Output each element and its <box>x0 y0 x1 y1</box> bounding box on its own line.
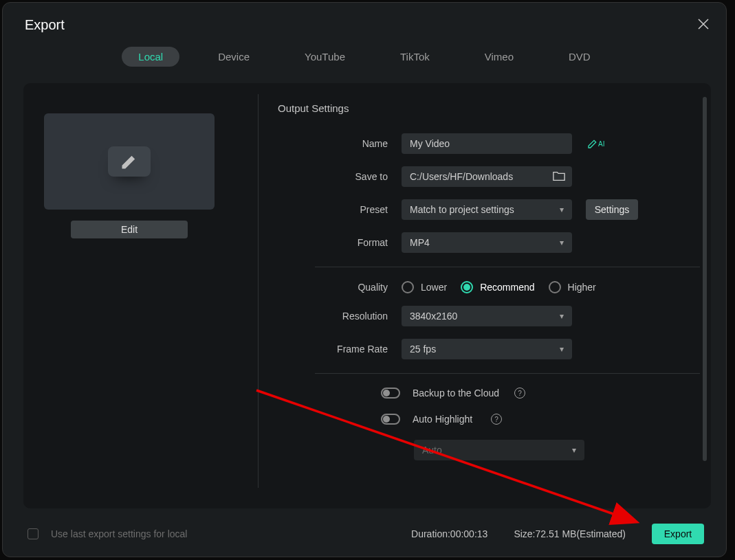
radio-label: Recommend <box>480 282 534 293</box>
chevron-down-icon: ▾ <box>560 238 564 247</box>
right-panel: Output Settings Name AI Save to Prese <box>259 83 711 508</box>
export-tabs: Local Device YouTube TikTok Vimeo DVD <box>3 38 726 78</box>
tab-dvd[interactable]: DVD <box>552 47 607 67</box>
saveto-input[interactable] <box>402 166 572 187</box>
thumbnail-edit-icon-box <box>108 146 151 177</box>
chevron-down-icon: ▾ <box>560 205 564 214</box>
close-button[interactable] <box>697 16 710 33</box>
quality-label: Quality <box>278 282 402 293</box>
backup-cloud-toggle[interactable] <box>381 388 400 399</box>
auto-highlight-toggle[interactable] <box>381 414 400 425</box>
edit-button[interactable]: Edit <box>71 221 188 238</box>
chevron-down-icon: ▾ <box>560 311 564 321</box>
format-value: MP4 <box>410 237 430 248</box>
output-settings-title: Output Settings <box>278 102 692 114</box>
tab-local[interactable]: Local <box>122 47 179 67</box>
quality-lower[interactable]: Lower <box>402 281 447 293</box>
chevron-down-icon: ▾ <box>572 445 576 455</box>
resolution-row: Resolution 3840x2160 ▾ <box>278 306 692 326</box>
framerate-row: Frame Rate 25 fps ▾ <box>278 339 692 359</box>
ai-pencil-icon[interactable]: AI <box>587 138 604 149</box>
pencil-icon <box>120 152 139 171</box>
quality-higher[interactable]: Higher <box>549 281 596 293</box>
preset-settings-button[interactable]: Settings <box>586 199 638 220</box>
resolution-label: Resolution <box>278 311 402 322</box>
chevron-down-icon: ▾ <box>560 344 564 354</box>
name-row: Name AI <box>278 133 692 154</box>
dialog-header: Export <box>3 3 726 38</box>
preset-row: Preset Match to project settings ▾ Setti… <box>278 199 692 220</box>
auto-highlight-label: Auto Highlight <box>413 414 479 425</box>
use-last-settings-label: Use last export settings for local <box>51 528 399 539</box>
auto-highlight-option-select: Auto ▾ <box>414 440 584 460</box>
radio-icon <box>549 281 561 293</box>
divider <box>315 267 700 267</box>
size-text: Size:72.51 MB(Estimated) <box>514 528 626 539</box>
framerate-label: Frame Rate <box>278 344 402 355</box>
preset-select[interactable]: Match to project settings ▾ <box>402 199 572 220</box>
radio-label: Higher <box>568 282 596 293</box>
preset-value: Match to project settings <box>410 204 514 215</box>
resolution-select[interactable]: 3840x2160 ▾ <box>402 306 572 326</box>
divider <box>315 373 700 374</box>
help-icon[interactable]: ? <box>491 414 502 425</box>
resolution-value: 3840x2160 <box>410 311 457 322</box>
left-panel: Edit <box>23 94 259 488</box>
saveto-wrapper <box>402 166 572 187</box>
tab-device[interactable]: Device <box>201 47 266 67</box>
format-row: Format MP4 ▾ <box>278 232 692 253</box>
quality-row: Quality Lower Recommend Higher <box>278 281 692 293</box>
auto-highlight-option-value: Auto <box>422 445 442 456</box>
use-last-settings-checkbox[interactable] <box>28 528 39 539</box>
backup-cloud-row: Backup to the Cloud ? <box>381 388 692 399</box>
content-area: Edit Output Settings Name AI Save to <box>23 83 711 508</box>
name-label: Name <box>278 138 402 149</box>
duration-text: Duration:00:00:13 <box>411 528 487 539</box>
saveto-label: Save to <box>278 171 402 182</box>
framerate-select[interactable]: 25 fps ▾ <box>402 339 572 359</box>
radio-icon <box>402 281 414 293</box>
dialog-footer: Use last export settings for local Durat… <box>3 517 726 557</box>
tab-tiktok[interactable]: TikTok <box>384 47 446 67</box>
dialog-title: Export <box>25 17 65 33</box>
scrollbar[interactable] <box>703 97 707 461</box>
tab-vimeo[interactable]: Vimeo <box>468 47 530 67</box>
preset-label: Preset <box>278 204 402 215</box>
export-button[interactable]: Export <box>652 524 704 544</box>
radio-label: Lower <box>421 282 447 293</box>
export-dialog: Export Local Device YouTube TikTok Vimeo… <box>2 2 727 557</box>
quality-radio-group: Lower Recommend Higher <box>402 281 596 293</box>
radio-icon-selected <box>461 281 473 293</box>
saveto-row: Save to <box>278 166 692 187</box>
name-input[interactable] <box>402 133 572 154</box>
tab-youtube[interactable]: YouTube <box>288 47 362 67</box>
close-icon <box>697 18 710 30</box>
format-label: Format <box>278 237 402 248</box>
help-icon[interactable]: ? <box>514 388 525 399</box>
quality-recommend[interactable]: Recommend <box>461 281 534 293</box>
framerate-value: 25 fps <box>410 344 436 355</box>
video-thumbnail[interactable] <box>44 113 215 210</box>
auto-highlight-row: Auto Highlight ? <box>381 414 692 425</box>
format-select[interactable]: MP4 ▾ <box>402 232 572 253</box>
backup-cloud-label: Backup to the Cloud <box>413 388 502 399</box>
folder-icon[interactable] <box>553 170 565 184</box>
